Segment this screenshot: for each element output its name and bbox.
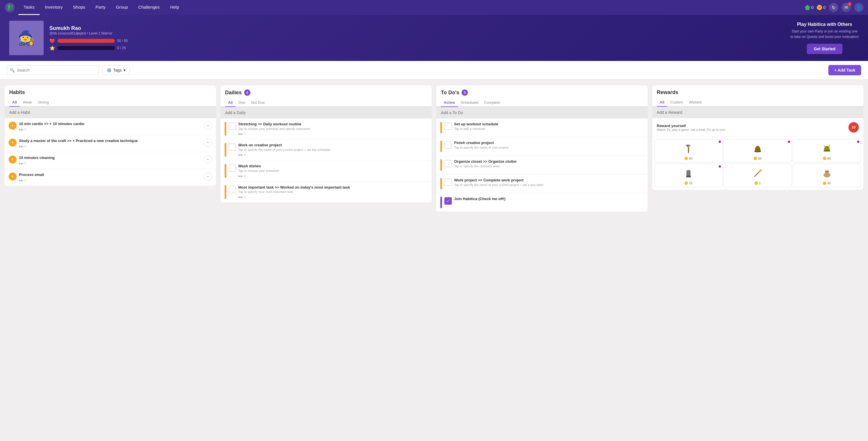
habits-title: Habits (9, 89, 25, 95)
tab-habits-strong[interactable]: Strong (35, 98, 52, 106)
daily-check-button[interactable] (229, 186, 236, 193)
todo-check-button[interactable]: ✓ (444, 197, 452, 205)
reward-price: 90 (684, 157, 692, 160)
reward-item[interactable]: 1 (723, 164, 792, 187)
messages-button[interactable]: ✉ 1 (842, 3, 851, 12)
nav-link-tasks[interactable]: Tasks (19, 0, 40, 15)
svg-point-10 (825, 170, 829, 174)
habit-streak: ▶▶ 0 (19, 179, 202, 182)
svg-rect-6 (687, 170, 690, 171)
add-habit-row[interactable]: Add a Habit (5, 107, 216, 118)
dailies-column: Dailies 4 All Due Not Due Add a Daily St… (221, 85, 432, 203)
add-todo-row[interactable]: Add a To Do (436, 107, 648, 118)
hp-label: 50 / 50 (117, 39, 128, 43)
todos-tabs: Active Scheduled Complete (436, 98, 648, 107)
nav-link-shops[interactable]: Shops (68, 0, 91, 15)
svg-point-8 (760, 169, 762, 172)
habit-content: 10 minutes cleaning ▶▶ 0 (19, 155, 202, 165)
todo-check-button[interactable] (444, 160, 452, 167)
nav-link-party[interactable]: Party (91, 0, 111, 15)
todos-title: To Do's (441, 90, 459, 96)
hero-promo: Play Habitica with Others Start your own… (790, 22, 859, 54)
tab-rewards-wishlist[interactable]: Wishlist (686, 98, 705, 106)
tab-habits-all[interactable]: All (9, 98, 20, 107)
tab-habits-weak[interactable]: Weak (20, 98, 35, 106)
svg-point-11 (826, 171, 826, 172)
habits-tabs: All Weak Strong (5, 98, 216, 107)
habit-plus-button[interactable]: + (9, 122, 17, 130)
tags-button[interactable]: ⚙️ Tags ▾ (102, 65, 130, 75)
get-started-button[interactable]: Get Started (807, 44, 842, 54)
daily-title: Stretching >> Daily workout routine (239, 122, 428, 127)
reward-cost-badge: 10 (848, 122, 859, 133)
reward-image (751, 142, 765, 155)
daily-check-button[interactable] (229, 122, 236, 130)
svg-line-7 (754, 171, 761, 177)
add-daily-row[interactable]: Add a Daily (221, 107, 432, 118)
list-item: + Study a master of the craft >> + Pract… (5, 135, 216, 152)
habit-plus-button[interactable]: + (9, 173, 17, 180)
habit-streak: ▶▶ 0 (19, 161, 202, 165)
nav-link-inventory[interactable]: Inventory (40, 0, 68, 15)
habit-minus-button[interactable]: − (204, 173, 212, 180)
nav-link-help[interactable]: Help (165, 0, 184, 15)
tab-dailies-notdue[interactable]: Not Due (248, 98, 268, 106)
reward-item[interactable]: 60 (793, 139, 861, 163)
habits-list: + 10 min cardio >> + 10 minutes cardio ▶… (5, 118, 216, 186)
tab-dailies-all[interactable]: All (225, 98, 236, 107)
todo-check-button[interactable] (444, 141, 452, 149)
habit-minus-button[interactable]: − (204, 155, 212, 164)
habits-column: Habits All Weak Strong Add a Habit + 10 … (5, 85, 216, 186)
daily-sub: Tap to choose your schedule! (239, 169, 428, 173)
add-task-button[interactable]: + Add Task (828, 65, 861, 75)
habit-minus-button[interactable]: − (204, 139, 212, 147)
nav-link-group[interactable]: Group (111, 0, 133, 15)
tab-dailies-due[interactable]: Due (236, 98, 248, 106)
habit-plus-button[interactable]: + (9, 155, 17, 164)
tab-rewards-custom[interactable]: Custom (667, 98, 686, 106)
dailies-badge: 4 (244, 89, 250, 96)
svg-point-12 (827, 171, 828, 172)
tab-todos-scheduled[interactable]: Scheduled (458, 98, 481, 106)
habit-streak: ▶▶ 0 (19, 145, 202, 148)
daily-streak: ▶▶ 0 (239, 195, 428, 199)
rewards-shop-grid: 90 90 60 70 (652, 137, 864, 190)
nav-link-challenges[interactable]: Challenges (133, 0, 165, 15)
tab-todos-active[interactable]: Active (441, 98, 458, 107)
habit-title: 10 min cardio >> + 10 minutes cardio (19, 122, 202, 126)
tab-todos-complete[interactable]: Complete (481, 98, 503, 106)
add-reward-row[interactable]: Add a Reward (652, 107, 864, 118)
todo-sub: Tap to specify the name of your project (454, 145, 644, 149)
habit-minus-button[interactable]: − (204, 122, 212, 130)
daily-color-bar (225, 122, 226, 136)
daily-check-button[interactable] (229, 143, 236, 151)
todo-color-bar (440, 122, 442, 134)
reward-item[interactable]: 30 (793, 164, 861, 187)
nav-links: TasksInventoryShopsPartyGroupChallengesH… (19, 0, 184, 15)
search-input[interactable] (7, 65, 99, 75)
refresh-button[interactable]: ↻ (829, 3, 838, 12)
todo-title: Set up workout schedule (454, 122, 644, 127)
todo-sub: Tap to add a checklist! (454, 127, 644, 131)
rewards-header: Rewards All Custom Wishlist (652, 85, 864, 107)
daily-check-button[interactable] (229, 165, 236, 172)
todo-check-button[interactable] (444, 122, 452, 130)
reward-item[interactable]: 90 (655, 139, 723, 163)
reward-item[interactable]: 90 (723, 139, 792, 163)
todo-color-bar (440, 197, 442, 208)
daily-color-bar (225, 185, 226, 199)
todo-check-button[interactable] (444, 179, 452, 186)
promo-title: Play Habitica with Others (790, 22, 859, 27)
daily-content: Most important task >> Worked on today's… (239, 185, 428, 199)
tab-rewards-all[interactable]: All (657, 98, 668, 107)
gold-price-icon (823, 181, 826, 185)
habit-plus-button[interactable]: + (9, 139, 17, 147)
todo-content: Organize closet >> Organize clutter Tap … (454, 159, 644, 168)
todo-sub: Tap to specify the name of your current … (454, 183, 644, 187)
list-item: Wash dishes Tap to choose your schedule!… (221, 160, 432, 181)
rewards-column: Rewards All Custom Wishlist Add a Reward… (652, 85, 864, 190)
reward-item[interactable]: 70 (655, 164, 723, 187)
reward-special-card[interactable]: Reward yourself Watch TV, play a game, e… (652, 118, 864, 137)
gold-price-icon (754, 157, 757, 160)
profile-button[interactable]: 👤 (854, 3, 863, 12)
